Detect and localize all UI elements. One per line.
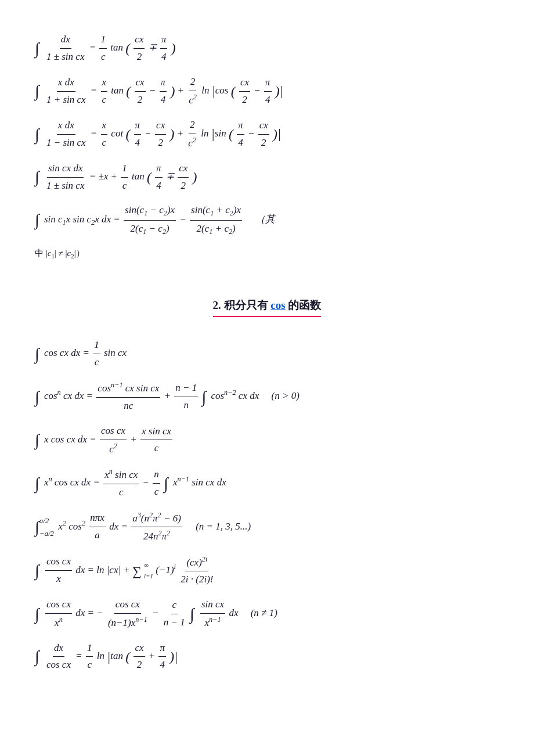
frac-xn-sincx: xn sin cx c (103, 466, 139, 501)
frac-coscx-c2: cos cx c2 (100, 423, 127, 458)
frac-n-1-n: n − 1 n (174, 380, 198, 414)
cos-integral-5: ∫ (35, 513, 39, 541)
frac-cx2: cx 2 (134, 31, 145, 66)
cos-formula-2: ∫ cosn cx dx = cosn−1 cx sin cx nc + n −… (35, 379, 499, 414)
frac-cx2-5: cx 2 (258, 117, 269, 152)
cos-integral-2b: ∫ (202, 388, 207, 406)
integral-sign-5: ∫ (35, 211, 39, 229)
cos-integral-1: ∫ (35, 345, 39, 363)
frac-pi4-8: π 4 (158, 640, 166, 674)
frac-cx2-6: cx 2 (178, 160, 189, 195)
frac-c-n1: c n − 1 (163, 597, 186, 631)
frac-npix-a: nπx a (89, 510, 106, 544)
frac-xc-2: x c (101, 117, 108, 152)
frac-pi4-5: π 4 (237, 117, 244, 152)
cos-integral-7b: ∫ (190, 605, 194, 623)
heading-prefix: 2. 积分只有 (213, 299, 268, 311)
frac-1c-2: 1 c (121, 160, 128, 195)
section2-heading: 2. 积分只有 cos 的函数 (35, 296, 499, 317)
frac-sinc1mc2: sin(c1 − c2)x 2(c1 − c2) (124, 202, 176, 237)
cos-integral-8: ∫ (35, 647, 39, 665)
cos-integral-4b: ∫ (164, 474, 168, 492)
frac-sincx-1pm: sin cx dx 1 ± sin cx (45, 160, 86, 195)
formula-1: ∫ dx 1 ± sin cx = 1 c tan ( cx 2 ∓ π 4 ) (35, 31, 499, 66)
cos-formula-4: ∫ xn cos cx dx = xn sin cx c − n c ∫ xn−… (35, 466, 499, 501)
cos-integral-7: ∫ (35, 605, 39, 623)
frac-1c-cos1: 1 c (93, 337, 100, 371)
frac-coscx-x: cos cx x (45, 553, 72, 588)
frac-xdx-1sin: x dx 1 + sin cx (45, 74, 87, 109)
frac-cx2-2: cx 2 (135, 74, 146, 109)
frac-cx2i: (cx)2i 2i · (2i)! (179, 553, 214, 588)
frac-cosn-1: cosn−1 cx sin cx nc (96, 379, 160, 414)
cos-formula-5: ∫ a/2 −a/2 x2 cos2 nπx a dx = a3(n2π2 − … (35, 509, 499, 545)
frac-1c: 1 c (99, 31, 107, 66)
cos-formula-1: ∫ cos cx dx = 1 c sin cx (35, 337, 499, 371)
heading-inner: 2. 积分只有 cos 的函数 (213, 296, 322, 317)
frac-pi4: π 4 (160, 31, 168, 66)
section-sin: ∫ dx 1 ± sin cx = 1 c tan ( cx 2 ∓ π 4 ) (35, 31, 499, 261)
frac-cx2-3: cx 2 (239, 74, 250, 109)
frac-coscx-xn: cos cx xn (45, 596, 72, 631)
frac-2c2: 2 c2 (187, 74, 198, 109)
lower-limit: −a/2 (39, 527, 54, 540)
sum-upper: ∞ (144, 560, 153, 571)
section-cos: ∫ cos cx dx = 1 c sin cx ∫ cosn cx dx = … (35, 337, 499, 674)
cos-integral-2: ∫ (35, 388, 39, 406)
cos-formula-6: ∫ cos cx x dx = ln |cx| + ∑ ∞ i=1 (−1)i … (35, 553, 499, 588)
frac-sincx-xn1: sin cx xn−1 (200, 596, 225, 631)
frac-dx-1pm: dx 1 ± sin cx (45, 31, 86, 66)
frac-n-c: n c (153, 466, 160, 501)
frac-cx2-4: cx 2 (155, 117, 166, 152)
formula-4: ∫ sin cx dx 1 ± sin cx = ±x + 1 c tan ( … (35, 160, 499, 195)
formula-5-note: 中 |c1| ≠ |c2|） (35, 246, 499, 261)
frac-pi4-6: π 4 (155, 160, 163, 195)
formula-3: ∫ x dx 1 − sin cx = x c cot ( π 4 − cx 2… (35, 117, 499, 152)
integral-sign-3: ∫ (35, 125, 39, 143)
frac-xc: x c (101, 74, 108, 109)
integral-sign-2: ∫ (35, 82, 39, 100)
frac-dx-coscx: dx cos cx (45, 640, 72, 674)
integral-sign-1: ∫ (35, 39, 39, 57)
frac-1c-cos8: 1 c (86, 640, 93, 674)
frac-cx2-8: cx 2 (134, 640, 145, 674)
frac-xdx-1msin: x dx 1 − sin cx (45, 117, 87, 152)
frac-a3n2pi: a3(n2π2 − 6) 24n2π2 (131, 509, 182, 545)
frac-sinc1pc2: sin(c1 + c2)x 2(c1 + c2) (190, 202, 242, 237)
cos-integral-4: ∫ (35, 474, 39, 492)
frac-xsincx-c: x sin cx c (140, 423, 172, 458)
frac-2c2-2: 2 c2 (187, 117, 197, 152)
cos-integral-3: ∫ (35, 431, 39, 449)
upper-limit: a/2 (39, 514, 54, 527)
cos-formula-7: ∫ cos cx xn dx = − cos cx (n−1)xn−1 − c … (35, 596, 499, 631)
integral-sign-4: ∫ (35, 168, 39, 186)
frac-pi4-2: π 4 (160, 74, 167, 109)
cos-label: cos (270, 299, 285, 311)
frac-pi4-4: π 4 (134, 117, 142, 152)
formula-5: ∫ sin c1x sin c2x dx = sin(c1 − c2)x 2(c… (35, 202, 499, 237)
frac-pi4-3: π 4 (264, 74, 272, 109)
page-content: ∫ dx 1 ± sin cx = 1 c tan ( cx 2 ∓ π 4 ) (35, 31, 499, 674)
heading-suffix: 的函数 (288, 299, 321, 311)
cos-formula-3: ∫ x cos cx dx = cos cx c2 + x sin cx c (35, 423, 499, 458)
cos-integral-6: ∫ (35, 561, 39, 579)
frac-neg-coscx: cos cx (n−1)xn−1 (107, 596, 149, 631)
formula-2: ∫ x dx 1 + sin cx = x c tan ( cx 2 − π 4… (35, 74, 499, 109)
sum-lower: i=1 (144, 571, 153, 582)
cos-formula-8: ∫ dx cos cx = 1 c ln |tan ( cx 2 + π 4 )… (35, 640, 499, 674)
